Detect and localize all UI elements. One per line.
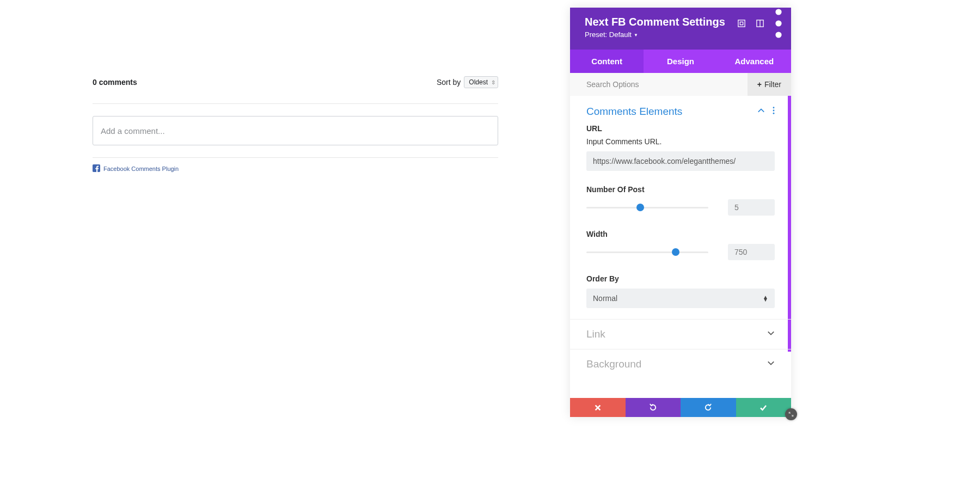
sort-by-label: Sort by — [437, 78, 461, 87]
tab-advanced[interactable]: Advanced — [718, 50, 791, 73]
section-background-header[interactable]: Background — [570, 349, 791, 379]
num-post-slider-row — [586, 199, 775, 216]
expand-builder-button[interactable] — [785, 408, 797, 420]
filter-button[interactable]: + Filter — [748, 73, 791, 96]
search-bar: + Filter — [570, 73, 791, 96]
sort-selected-value: Oldest — [469, 78, 488, 86]
cancel-button[interactable] — [570, 398, 626, 417]
select-arrows-icon: ▲▼ — [763, 296, 768, 301]
svg-rect-2 — [740, 22, 743, 24]
section-title: Link — [586, 328, 605, 340]
panel-tabs: Content Design Advanced — [570, 50, 791, 73]
preset-dropdown[interactable]: Preset: Default ▼ — [585, 30, 781, 39]
width-slider-row — [586, 244, 775, 260]
fb-comments-preview: 0 comments Sort by Oldest Add a comment.… — [93, 76, 498, 173]
redo-button[interactable] — [681, 398, 736, 417]
svg-point-10 — [773, 113, 775, 114]
save-button[interactable] — [736, 398, 792, 417]
width-slider[interactable] — [586, 252, 708, 253]
sort-by: Sort by Oldest — [437, 76, 498, 88]
svg-point-9 — [773, 110, 775, 112]
layout-icon[interactable] — [756, 20, 764, 27]
panel-body: Comments Elements URL Input Comments URL… — [570, 96, 791, 398]
settings-panel: Next FB Comment Settings Preset: Default… — [570, 8, 791, 417]
add-comment-input[interactable]: Add a comment... — [93, 116, 498, 145]
num-post-value-input[interactable] — [728, 199, 775, 216]
slider-thumb[interactable] — [636, 204, 644, 211]
svg-point-5 — [775, 9, 781, 15]
fb-plugin-label: Facebook Comments Plugin — [103, 165, 179, 172]
slider-thumb[interactable] — [672, 248, 679, 256]
url-sublabel: Input Comments URL. — [586, 137, 775, 146]
order-by-label: Order By — [586, 274, 775, 283]
svg-point-6 — [775, 20, 781, 26]
section-comments-elements-header[interactable]: Comments Elements — [570, 96, 791, 123]
section-comments-elements-body: URL Input Comments URL. Number Of Post W… — [570, 123, 791, 319]
more-icon[interactable] — [775, 20, 782, 27]
tab-design[interactable]: Design — [644, 50, 717, 73]
num-post-slider[interactable] — [586, 207, 708, 208]
undo-button[interactable] — [626, 398, 681, 417]
chevron-down-icon — [767, 329, 775, 339]
preview-topbar: 0 comments Sort by Oldest — [93, 76, 498, 88]
url-label: URL — [586, 124, 775, 133]
panel-header: Next FB Comment Settings Preset: Default… — [570, 8, 791, 50]
section-link-header[interactable]: Link — [570, 319, 791, 349]
more-icon[interactable] — [773, 107, 775, 116]
panel-scroll[interactable]: Comments Elements URL Input Comments URL… — [570, 96, 791, 398]
fb-plugin-link[interactable]: Facebook Comments Plugin — [93, 164, 498, 173]
expand-icon[interactable] — [738, 20, 745, 27]
plus-icon: + — [757, 80, 762, 89]
order-by-select[interactable]: Normal ▲▼ — [586, 289, 775, 308]
filter-label: Filter — [764, 80, 781, 89]
svg-point-8 — [773, 107, 775, 108]
preset-label: Preset: Default — [585, 30, 632, 39]
caret-down-icon: ▼ — [634, 33, 638, 38]
num-post-label: Number Of Post — [586, 185, 775, 194]
divider — [93, 103, 498, 104]
facebook-icon — [93, 164, 100, 173]
width-label: Width — [586, 230, 775, 238]
chevron-down-icon — [767, 359, 775, 369]
svg-rect-1 — [738, 20, 745, 27]
url-input[interactable] — [586, 151, 775, 171]
chevron-up-icon — [757, 107, 765, 116]
comment-count: 0 comments — [93, 78, 137, 87]
panel-header-actions — [738, 20, 782, 27]
order-by-value: Normal — [593, 294, 617, 303]
sort-dropdown[interactable]: Oldest — [464, 76, 498, 88]
divider — [93, 157, 498, 158]
tab-content[interactable]: Content — [570, 50, 644, 73]
section-icons — [757, 107, 775, 116]
search-input[interactable] — [570, 80, 748, 89]
section-title: Comments Elements — [586, 106, 682, 118]
width-value-input[interactable] — [728, 244, 775, 260]
panel-footer — [570, 398, 791, 417]
section-title: Background — [586, 358, 641, 370]
svg-point-7 — [775, 32, 781, 38]
